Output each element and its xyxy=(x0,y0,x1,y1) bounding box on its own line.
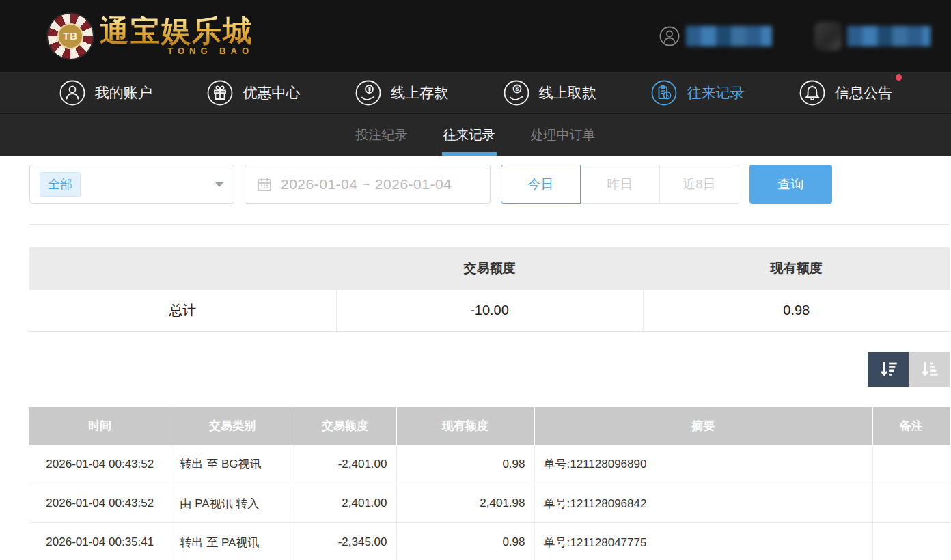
nav-label: 信息公告 xyxy=(835,83,892,102)
bell-icon xyxy=(799,79,826,107)
summary-header-amount: 交易额度 xyxy=(336,247,643,290)
last-8-days-button[interactable]: 近8日 xyxy=(659,165,739,204)
nav-item-announcements[interactable]: 信息公告 xyxy=(799,79,892,107)
nav-label: 我的账户 xyxy=(95,83,152,102)
today-button[interactable]: 今日 xyxy=(501,165,581,204)
summary-total-amount: -10.00 xyxy=(336,290,643,331)
sort-desc-icon xyxy=(878,359,898,380)
table-row: 2026-01-04 00:35:41 转出 至 PA视讯 -2,345.00 … xyxy=(29,523,950,560)
cell-balance: 0.98 xyxy=(396,445,534,484)
summary-total-row: 总计 -10.00 0.98 xyxy=(29,290,950,331)
cell-note xyxy=(872,523,950,560)
sub-nav: 投注纪录 往来记录 处理中订单 xyxy=(0,113,951,156)
chip-tb-label: TB xyxy=(57,23,83,49)
section-divider xyxy=(29,224,950,225)
gift-icon xyxy=(206,79,234,107)
col-balance: 现有额度 xyxy=(396,407,534,445)
brand-name-cn: 通宝娱乐城 xyxy=(100,16,253,46)
search-button[interactable]: 查询 xyxy=(749,165,832,204)
table-row: 2026-01-04 00:43:52 由 PA视讯 转入 2,401.00 2… xyxy=(29,484,950,523)
cell-type: 转出 至 BG视讯 xyxy=(171,445,294,484)
sort-asc-icon xyxy=(919,359,939,380)
cell-note xyxy=(872,445,950,484)
date-range-input[interactable]: 2026-01-04 ~ 2026-01-04 xyxy=(245,165,491,204)
cell-balance: 0.98 xyxy=(396,523,534,560)
col-time: 时间 xyxy=(29,407,171,445)
cell-amount: -2,345.00 xyxy=(294,523,396,560)
yesterday-button[interactable]: 昨日 xyxy=(580,165,660,204)
cell-type: 转出 至 PA视讯 xyxy=(171,523,294,560)
cell-balance: 2,401.98 xyxy=(396,484,534,523)
col-amount: 交易额度 xyxy=(294,407,396,445)
notification-dot xyxy=(896,74,902,81)
tab-label: 处理中订单 xyxy=(531,126,596,144)
nav-item-withdraw[interactable]: $ 线上取款 xyxy=(503,79,596,107)
nav-item-deposit[interactable]: 线上存款 xyxy=(355,79,448,107)
date-range-value: 2026-01-04 ~ 2026-01-04 xyxy=(281,176,452,193)
col-type: 交易类别 xyxy=(171,407,294,445)
masked-username xyxy=(686,26,772,46)
masked-avatar xyxy=(814,22,842,51)
nav-label: 线上取款 xyxy=(539,83,596,102)
cell-time: 2026-01-04 00:43:52 xyxy=(29,445,171,484)
nav-label: 往来记录 xyxy=(687,83,744,102)
main-nav: 我的账户 优惠中心 线上存款 $ 线上取款 xyxy=(0,72,951,113)
cell-summary: 单号:121128096842 xyxy=(534,484,872,523)
sort-descending-button[interactable] xyxy=(868,352,909,387)
records-icon xyxy=(650,79,678,107)
brand-logo[interactable]: TB 通宝娱乐城 TONG BAO xyxy=(48,14,253,59)
tab-label: 往来记录 xyxy=(443,126,495,144)
records-table: 时间 交易类别 交易额度 现有额度 摘要 备注 2026-01-04 00:43… xyxy=(29,407,950,560)
cell-summary: 单号:121128047775 xyxy=(534,523,872,560)
nav-item-promotions[interactable]: 优惠中心 xyxy=(206,79,300,107)
table-row: 2026-01-04 00:43:52 转出 至 BG视讯 -2,401.00 … xyxy=(29,445,950,484)
withdraw-icon: $ xyxy=(503,79,530,107)
brand-name-en: TONG BAO xyxy=(100,46,253,56)
type-select[interactable]: 全部 xyxy=(29,165,234,204)
summary-table: 交易额度 现有额度 总计 -10.00 0.98 xyxy=(29,247,950,332)
tab-pending-orders[interactable]: 处理中订单 xyxy=(529,114,597,156)
active-tab-underline xyxy=(442,152,497,156)
selected-type-tag[interactable]: 全部 xyxy=(40,172,81,197)
cell-summary: 单号:121128096890 xyxy=(534,445,872,484)
user-area xyxy=(659,22,931,51)
top-bar: TB 通宝娱乐城 TONG BAO xyxy=(0,0,951,72)
nav-item-my-account[interactable]: 我的账户 xyxy=(59,79,152,107)
cell-time: 2026-01-04 00:35:41 xyxy=(29,523,171,560)
cell-type: 由 PA视讯 转入 xyxy=(171,484,294,523)
masked-balance xyxy=(847,26,931,46)
summary-header-empty xyxy=(29,247,336,290)
account-icon xyxy=(59,79,86,107)
person-icon xyxy=(659,25,680,47)
cell-amount: 2,401.00 xyxy=(294,484,396,523)
brand-text: 通宝娱乐城 TONG BAO xyxy=(100,16,253,55)
summary-header-balance: 现有额度 xyxy=(643,247,950,290)
sort-ascending-button[interactable] xyxy=(909,352,950,387)
chevron-down-icon xyxy=(215,182,224,187)
quick-date-group: 今日 昨日 近8日 xyxy=(501,165,739,204)
nav-item-transactions[interactable]: 往来记录 xyxy=(650,79,744,107)
balance-group[interactable] xyxy=(814,22,931,51)
summary-total-balance: 0.98 xyxy=(643,290,950,331)
col-summary: 摘要 xyxy=(534,407,872,445)
filter-row: 全部 2026-01-04 ~ 2026-01-04 今日 昨日 近8日 查询 xyxy=(29,165,950,204)
tab-betting-records[interactable]: 投注纪录 xyxy=(355,114,409,156)
tab-transaction-records[interactable]: 往来记录 xyxy=(442,114,497,156)
username-group[interactable] xyxy=(659,25,772,47)
col-note: 备注 xyxy=(872,407,950,445)
nav-label: 优惠中心 xyxy=(243,83,300,102)
content: 全部 2026-01-04 ~ 2026-01-04 今日 昨日 近8日 查询 … xyxy=(0,156,951,560)
svg-text:$: $ xyxy=(515,85,519,92)
deposit-icon xyxy=(355,79,382,107)
cell-time: 2026-01-04 00:43:52 xyxy=(29,484,171,523)
sort-controls xyxy=(29,352,950,387)
calendar-icon xyxy=(256,176,273,193)
cell-note xyxy=(872,484,950,523)
summary-total-label: 总计 xyxy=(29,290,336,331)
nav-label: 线上存款 xyxy=(391,83,448,102)
cell-amount: -2,401.00 xyxy=(294,445,396,484)
records-header-row: 时间 交易类别 交易额度 现有额度 摘要 备注 xyxy=(29,407,950,445)
casino-chip-icon: TB xyxy=(48,14,93,59)
tab-label: 投注纪录 xyxy=(356,126,408,144)
summary-header-row: 交易额度 现有额度 xyxy=(29,247,950,290)
